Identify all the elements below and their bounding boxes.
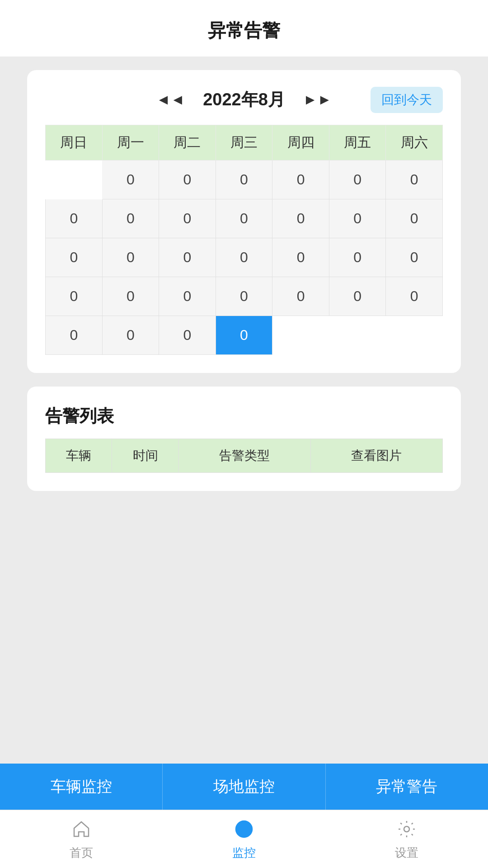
monitor-icon [234,819,254,842]
col-time: 时间 [112,439,178,473]
calendar-header: ◄◄ 2022年8月 ►► 回到今天 [45,88,443,111]
calendar-cell-4-3[interactable]: 0 [216,316,272,355]
svg-point-2 [243,828,245,830]
calendar-cell-0-1[interactable]: 0 [102,160,159,199]
sub-tab-vehicle[interactable]: 车辆监控 [0,764,163,810]
home-icon [71,819,91,842]
calendar-cell-4-2[interactable]: 0 [159,316,216,355]
calendar-cell-4-1[interactable]: 0 [102,316,159,355]
nav-settings-label: 设置 [395,845,418,861]
calendar-cell-4-5[interactable] [329,316,386,355]
calendar-row-2: 0000000 [46,238,443,277]
calendar-cell-4-4[interactable] [272,316,329,355]
calendar-row-3: 0000000 [46,277,443,316]
calendar-row-0: 000000 [46,160,443,199]
calendar-cell-1-4[interactable]: 0 [272,199,329,238]
calendar-cell-3-1[interactable]: 0 [102,277,159,316]
weekday-sat: 周六 [386,125,443,160]
calendar-cell-4-6[interactable] [386,316,443,355]
weekday-mon: 周一 [102,125,159,160]
sub-tab-field[interactable]: 场地监控 [163,764,325,810]
calendar-grid: 周日 周一 周二 周三 周四 周五 周六 0000000000000000000… [45,125,443,355]
calendar-cell-1-6[interactable]: 0 [386,199,443,238]
calendar-cell-4-0[interactable]: 0 [46,316,103,355]
weekday-tue: 周二 [159,125,216,160]
col-image: 查看图片 [310,439,442,473]
calendar-cell-0-4[interactable]: 0 [272,160,329,199]
calendar-cell-3-3[interactable]: 0 [216,277,272,316]
calendar-cell-2-2[interactable]: 0 [159,238,216,277]
calendar-cell-1-2[interactable]: 0 [159,199,216,238]
nav-home-label: 首页 [70,845,93,861]
calendar-card: ◄◄ 2022年8月 ►► 回到今天 周日 周一 周二 周三 周四 周五 周六 … [27,70,461,373]
calendar-body: 0000000000000000000000000000000 [46,160,443,355]
col-type: 告警类型 [178,439,310,473]
nav-tab-settings[interactable]: 设置 [325,810,488,868]
calendar-cell-3-2[interactable]: 0 [159,277,216,316]
next-month-button[interactable]: ►► [294,91,341,108]
calendar-cell-1-3[interactable]: 0 [216,199,272,238]
calendar-cell-1-5[interactable]: 0 [329,199,386,238]
calendar-cell-0-3[interactable]: 0 [216,160,272,199]
calendar-cell-3-4[interactable]: 0 [272,277,329,316]
page-title: 异常告警 [0,0,488,57]
alert-header-row: 车辆 时间 告警类型 查看图片 [46,439,443,473]
alert-table: 车辆 时间 告警类型 查看图片 [45,439,443,473]
nav-monitor-label: 监控 [232,845,256,861]
nav-tabs: 首页 监控 设置 [0,810,488,868]
calendar-cell-0-5[interactable]: 0 [329,160,386,199]
alert-list-title: 告警列表 [45,405,443,428]
calendar-cell-3-6[interactable]: 0 [386,277,443,316]
prev-month-button[interactable]: ◄◄ [147,91,194,108]
calendar-cell-2-0[interactable]: 0 [46,238,103,277]
calendar-cell-2-1[interactable]: 0 [102,238,159,277]
settings-icon [397,819,417,842]
calendar-cell-0-0[interactable] [46,160,103,199]
weekday-fri: 周五 [329,125,386,160]
weekday-header-row: 周日 周一 周二 周三 周四 周五 周六 [46,125,443,160]
svg-point-3 [404,826,409,832]
calendar-cell-2-5[interactable]: 0 [329,238,386,277]
calendar-cell-2-3[interactable]: 0 [216,238,272,277]
calendar-month-label: 2022年8月 [194,88,294,111]
calendar-cell-2-6[interactable]: 0 [386,238,443,277]
calendar-cell-2-4[interactable]: 0 [272,238,329,277]
nav-tab-monitor[interactable]: 监控 [163,810,325,868]
main-content: ◄◄ 2022年8月 ►► 回到今天 周日 周一 周二 周三 周四 周五 周六 … [0,57,488,764]
sub-tab-alert[interactable]: 异常警告 [326,764,488,810]
calendar-cell-0-2[interactable]: 0 [159,160,216,199]
sub-tabs: 车辆监控 场地监控 异常警告 [0,764,488,810]
calendar-cell-3-5[interactable]: 0 [329,277,386,316]
alert-list-card: 告警列表 车辆 时间 告警类型 查看图片 [27,387,461,491]
weekday-wed: 周三 [216,125,272,160]
today-button[interactable]: 回到今天 [371,87,443,113]
col-vehicle: 车辆 [46,439,112,473]
bottom-tabs: 车辆监控 场地监控 异常警告 首页 监控 [0,764,488,868]
weekday-sun: 周日 [46,125,103,160]
calendar-cell-3-0[interactable]: 0 [46,277,103,316]
calendar-row-4: 0000 [46,316,443,355]
nav-tab-home[interactable]: 首页 [0,810,163,868]
weekday-thu: 周四 [272,125,329,160]
calendar-row-1: 0000000 [46,199,443,238]
calendar-cell-1-1[interactable]: 0 [102,199,159,238]
calendar-cell-1-0[interactable]: 0 [46,199,103,238]
calendar-cell-0-6[interactable]: 0 [386,160,443,199]
